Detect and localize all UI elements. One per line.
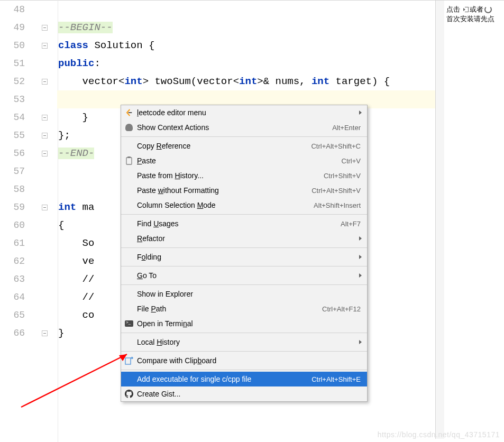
menu-separator [121,370,367,370]
menu-icon-slot [124,200,134,210]
code-line[interactable]: vector<int> twoSum(vector<int>& nums, in… [57,72,435,90]
menu-item[interactable]: leetcode editor menu [121,105,367,120]
menu-item[interactable]: Local History [121,335,367,349]
fold-mark [32,90,57,108]
fold-icon[interactable] [42,205,48,210]
menu-label: Find Usages [137,219,341,228]
menu-item[interactable]: Go To [121,268,367,283]
github-icon [125,390,133,398]
menu-item[interactable]: Refactor [121,231,367,246]
refresh-icon[interactable] [484,6,492,13]
menu-shortcut: Ctrl+V [342,157,361,165]
fold-mark [32,180,57,198]
fold-mark[interactable] [32,19,57,36]
menu-label: Compare with Clipboard [137,356,361,365]
menu-label: Show Context Actions [137,123,332,132]
menu-shortcut: Ctrl+Shift+V [324,172,361,180]
scrollbar[interactable] [436,1,444,439]
fold-icon[interactable] [42,79,48,85]
menu-icon-slot [124,252,134,262]
context-menu[interactable]: leetcode editor menuShow Context Actions… [121,105,368,402]
line-number: 63 [0,270,31,288]
line-number: 64 [0,288,31,306]
line-number: 52 [0,72,31,90]
menu-separator [121,333,367,333]
menu-icon-slot [124,289,134,299]
menu-label: Open in Terminal [137,319,361,328]
menu-icon-slot [124,171,134,180]
menu-label: Column Selection Mode [137,201,314,209]
line-number: 53 [0,90,31,108]
menu-item[interactable]: PasteCtrl+V [121,153,367,168]
clipboard-icon [125,156,133,165]
menu-icon-slot [124,156,134,165]
menu-label: Copy Reference [137,142,311,150]
fold-mark [32,1,57,19]
menu-item[interactable]: Add executable for single c/cpp fileCtrl… [121,372,367,386]
menu-icon-slot [124,356,134,365]
menu-separator [121,214,367,215]
line-number: 51 [0,54,31,72]
line-number: 49 [0,19,31,36]
fold-icon[interactable] [42,43,48,49]
code-line[interactable]: class Solution { [57,36,435,54]
menu-separator [121,351,367,352]
fold-mark [32,234,57,252]
menu-shortcut: Alt+Enter [332,124,361,132]
menu-item[interactable]: Folding [121,250,367,264]
menu-separator [121,266,367,266]
menu-label: File Path [137,305,322,313]
menu-item[interactable]: Paste from History...Ctrl+Shift+V [121,168,367,183]
menu-shortcut: Ctrl+Alt+Shift+C [311,142,361,150]
menu-label: Create Gist... [137,390,361,398]
fold-mark[interactable] [32,198,57,216]
menu-item[interactable]: Show Context ActionsAlt+Enter [121,120,367,135]
menu-shortcut: Ctrl+Alt+Shift+E [311,375,361,383]
code-line[interactable] [57,1,435,19]
login-icon[interactable] [461,6,469,13]
menu-icon-slot [124,271,134,280]
menu-item[interactable]: Find UsagesAlt+F7 [121,216,367,231]
menu-item[interactable]: Paste without FormattingCtrl+Alt+Shift+V [121,183,367,198]
line-number: 65 [0,306,31,324]
menu-icon-slot [124,319,134,328]
line-number: 62 [0,252,31,270]
fold-mark[interactable] [32,126,57,144]
fold-icon[interactable] [42,115,48,121]
fold-icon[interactable] [42,133,48,139]
fold-mark [32,216,57,234]
line-number: 59 [0,198,31,216]
menu-label: Refactor [137,234,361,243]
menu-item[interactable]: File PathCtrl+Alt+F12 [121,301,367,316]
code-line[interactable]: public: [57,54,435,72]
fold-mark[interactable] [32,72,57,90]
line-number: 48 [0,1,31,19]
menu-icon-slot [124,234,134,243]
fold-mark[interactable] [32,324,57,342]
fold-mark [32,270,57,288]
menu-item[interactable]: Open in Terminal [121,316,367,331]
bulb-icon [125,124,133,131]
fold-mark [32,54,57,72]
fold-mark[interactable] [32,108,57,126]
fold-icon[interactable] [42,151,48,156]
menu-item[interactable]: Compare with Clipboard [121,353,367,368]
fold-mark[interactable] [32,36,57,54]
fold-mark [32,162,57,180]
fold-mark [32,252,57,270]
line-number: 58 [0,180,31,198]
menu-item[interactable]: Copy ReferenceCtrl+Alt+Shift+C [121,139,367,153]
menu-item[interactable]: Create Gist... [121,386,367,401]
side-panel: 点击 或者 首次安装请先点 [444,1,504,439]
submenu-arrow-icon [359,273,362,278]
fold-icon[interactable] [42,330,48,336]
side-panel-line1: 点击 或者 [446,5,502,14]
menu-separator [121,284,367,285]
menu-item[interactable]: Column Selection ModeAlt+Shift+Insert [121,198,367,213]
menu-item[interactable]: Show in Explorer [121,287,367,301]
line-number: 50 [0,36,31,54]
fold-mark[interactable] [32,144,57,162]
menu-icon-slot [124,219,134,228]
fold-icon[interactable] [42,25,48,31]
code-line[interactable]: --BEGIN-- [57,19,435,36]
